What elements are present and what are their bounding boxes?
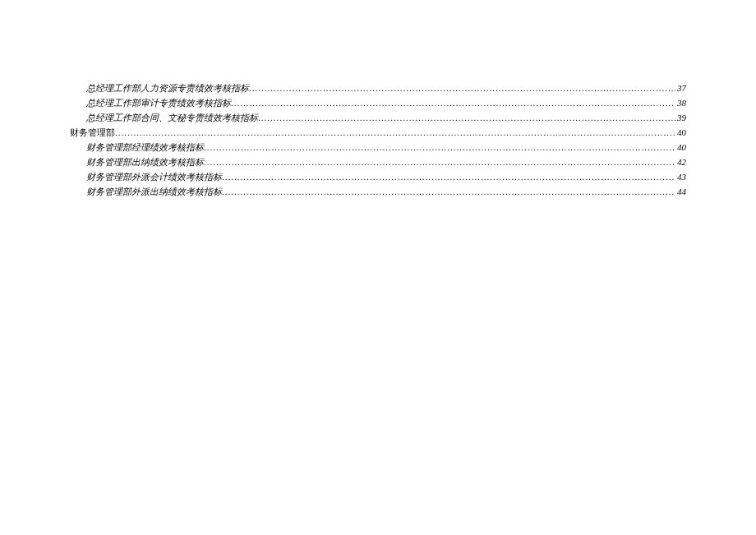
toc-entry-title: 财务管理部 xyxy=(70,125,115,140)
toc-entry-page: 44 xyxy=(675,184,686,199)
toc-entry-leader xyxy=(222,184,675,199)
toc-entry-title: 财务管理部外派出纳绩效考核指标 xyxy=(86,184,222,199)
toc-entry-title: 总经理工作部审计专责绩效考核指标 xyxy=(86,95,231,110)
toc-entry-title: 财务管理部出纳绩效考核指标 xyxy=(86,155,204,169)
toc-entry-title: 总经理工作部合同、文秘专责绩效考核指标 xyxy=(86,110,258,125)
toc-entry-leader xyxy=(258,110,675,125)
toc-entry-page: 40 xyxy=(675,140,686,155)
toc-entry: 财务管理部 40 xyxy=(70,125,686,140)
table-of-contents: 总经理工作部人力资源专责绩效考核指标 37 总经理工作部审计专责绩效考核指标 3… xyxy=(70,81,686,199)
toc-entry: 财务管理部外派会计绩效考核指标 43 xyxy=(70,169,686,184)
toc-entry: 财务管理部出纳绩效考核指标 42 xyxy=(70,155,686,169)
toc-entry-leader xyxy=(204,140,675,155)
toc-entry-page: 37 xyxy=(675,81,686,95)
toc-entry-page: 38 xyxy=(675,95,686,110)
toc-entry: 总经理工作部审计专责绩效考核指标 38 xyxy=(70,95,686,110)
toc-entry: 财务管理部外派出纳绩效考核指标 44 xyxy=(70,184,686,199)
toc-entry-title: 财务管理部经理绩效考核指标 xyxy=(86,140,204,155)
toc-entry-leader xyxy=(249,81,675,95)
toc-entry-leader xyxy=(204,155,675,169)
toc-entry-page: 40 xyxy=(675,125,686,140)
toc-entry-page: 42 xyxy=(675,155,686,169)
toc-entry-title: 总经理工作部人力资源专责绩效考核指标 xyxy=(86,81,249,95)
toc-entry-page: 43 xyxy=(675,169,686,184)
toc-entry-leader xyxy=(231,95,675,110)
toc-entry-title: 财务管理部外派会计绩效考核指标 xyxy=(86,169,222,184)
toc-entry: 总经理工作部合同、文秘专责绩效考核指标 39 xyxy=(70,110,686,125)
toc-entry-leader xyxy=(222,169,675,184)
toc-entry: 财务管理部经理绩效考核指标 40 xyxy=(70,140,686,155)
toc-entry-page: 39 xyxy=(675,110,686,125)
toc-entry-leader xyxy=(115,125,675,140)
toc-entry: 总经理工作部人力资源专责绩效考核指标 37 xyxy=(70,81,686,95)
